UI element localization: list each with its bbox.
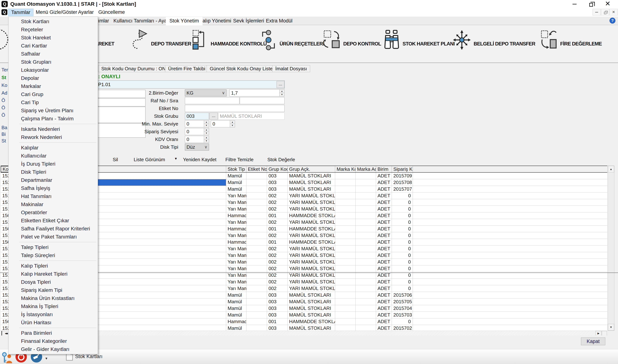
cell-grup-kod[interactable]: 001 [267, 212, 288, 219]
cell-birim[interactable]: ADET [376, 265, 392, 272]
cell-grup-ack[interactable]: MAMÜL STOKLARI [288, 186, 335, 192]
menubar-item-tanimlar[interactable]: Tanımlar [8, 9, 34, 16]
cell-siparis-kod[interactable]: 0 [392, 219, 413, 225]
spin-up-icon[interactable]: ▲ [204, 120, 209, 124]
cell-marka-kod[interactable] [335, 312, 356, 318]
siparis-seviyesi-spinner[interactable]: 0 ▲▼ [185, 128, 209, 135]
cell-grup-kod[interactable]: 001 [267, 318, 288, 325]
cell-marka-kod[interactable] [335, 318, 356, 325]
cell-grup-kod[interactable]: 003 [267, 325, 288, 331]
cell-etiket-no[interactable] [246, 173, 267, 179]
spin-up-icon[interactable]: ▲ [230, 120, 235, 124]
cell-marka-ack[interactable] [356, 325, 376, 331]
cell-marka-kod[interactable] [335, 212, 356, 219]
cell-grup-kod[interactable]: 002 [267, 259, 288, 265]
cell-etiket-no[interactable] [246, 226, 267, 232]
cell-grup-ack[interactable]: YARI MAMÜL STOKLARI [288, 246, 335, 252]
cell-etiket-no[interactable] [246, 239, 267, 245]
cell-siparis-kod[interactable]: 0 [392, 259, 413, 265]
close-button[interactable]: ✕ [603, 0, 613, 8]
cell-siparis-kod[interactable]: 0 [392, 252, 413, 259]
cell-marka-ack[interactable] [356, 285, 376, 292]
cell-etiket-no[interactable] [246, 179, 267, 186]
cell-siparis-kod[interactable]: 2015705 [392, 299, 413, 305]
cell-marka-kod[interactable] [335, 246, 356, 252]
cell-siparis-kod[interactable]: 0 [392, 199, 413, 206]
menu-item[interactable]: Çalışma Planı - Takvim [9, 115, 98, 123]
cell-etiket-no[interactable] [246, 186, 267, 192]
cell-grup-ack[interactable]: YARI MAMÜL STOKLARI [288, 232, 335, 239]
menu-item[interactable]: Dosya Tipleri [9, 278, 98, 286]
cell-birim[interactable]: ADET [376, 239, 392, 245]
spin-up-icon[interactable]: ▲ [204, 136, 209, 139]
cell-birim[interactable]: ADET [376, 226, 392, 232]
cell-birim[interactable]: ADET [376, 173, 392, 179]
cell-marka-ack[interactable] [356, 246, 376, 252]
menu-item[interactable]: Cari Kartlar [9, 42, 98, 50]
cell-stok-tip[interactable]: Mamül [226, 173, 246, 179]
cell-grup-kod[interactable]: 002 [267, 279, 288, 285]
cell-grup-ack[interactable]: YARI MAMÜL STOKLARI [288, 259, 335, 265]
cell-grup-kod[interactable]: 003 [267, 312, 288, 318]
cell-grup-ack[interactable]: HAMMADDE STOKLARI [288, 318, 335, 325]
cell-marka-ack[interactable] [356, 279, 376, 285]
scroll-right-button[interactable]: ▶ [595, 331, 601, 336]
column-header-etiket-no[interactable]: Etiket No [246, 166, 267, 172]
min-seviye-spinner[interactable]: 0 ▲▼ [185, 120, 209, 127]
cell-grup-kod[interactable]: 003 [267, 305, 288, 312]
cell-siparis-kod[interactable]: 2015708 [392, 179, 413, 186]
cell-grup-kod[interactable]: 003 [267, 173, 288, 179]
cell-marka-ack[interactable] [356, 265, 376, 272]
cell-etiket-no[interactable] [246, 246, 267, 252]
cell-etiket-no[interactable] [246, 312, 267, 318]
menu-item[interactable]: Stok Grupları [9, 58, 98, 66]
menu-item[interactable]: Disk Tipleri [9, 168, 98, 176]
cell-marka-ack[interactable] [356, 318, 376, 325]
spin-down-icon[interactable]: ▼ [230, 124, 235, 127]
cell-marka-kod[interactable] [335, 292, 356, 298]
cell-siparis-kod[interactable]: 2015704 [392, 305, 413, 312]
cell-siparis-kod[interactable]: 2015703 [392, 312, 413, 318]
cell-etiket-no[interactable] [246, 299, 267, 305]
menu-item[interactable]: Kalıplar [9, 144, 98, 152]
cell-grup-kod[interactable]: 003 [267, 292, 288, 298]
cell-grup-ack[interactable]: MAMÜL STOKLARI [288, 312, 335, 318]
cell-etiket-no[interactable] [246, 285, 267, 292]
cell-siparis-kod[interactable]: 2015706 [392, 292, 413, 298]
cell-grup-kod[interactable]: 002 [267, 246, 288, 252]
cell-grup-kod[interactable]: 003 [267, 186, 288, 192]
child-minimize-button[interactable] [592, 9, 601, 15]
cell-grup-kod[interactable]: 002 [267, 206, 288, 212]
cell-marka-ack[interactable] [356, 199, 376, 206]
cell-stok-tip[interactable]: Mamül [226, 292, 246, 298]
stock-code-field[interactable]: P1.01 [92, 80, 285, 89]
cell-etiket-no[interactable] [246, 272, 267, 278]
cell-grup-ack[interactable]: MAMÜL STOKLARI [288, 179, 335, 186]
cell-marka-kod[interactable] [335, 232, 356, 239]
cell-grup-ack[interactable]: YARI MAMÜL STOKLARI [288, 219, 335, 225]
column-header-stok-tip[interactable]: Stok Tip [226, 166, 246, 172]
cell-grup-ack[interactable]: YARI MAMÜL STOKLARI [288, 252, 335, 259]
cell-etiket-no[interactable] [246, 206, 267, 212]
cell-siparis-kod[interactable]: 2015707 [392, 186, 413, 192]
spin-down-icon[interactable]: ▼ [204, 124, 209, 127]
cell-siparis-kod[interactable]: 0 [392, 206, 413, 212]
cell-siparis-kod[interactable]: 0 [392, 232, 413, 239]
menu-item[interactable]: Kalıp Hareket Tipleri [9, 270, 98, 278]
menu-item[interactable]: Lokasyonlar [9, 66, 98, 74]
menu-item[interactable]: Makina İş Tipleri [9, 302, 98, 311]
cell-grup-ack[interactable]: YARI MAMÜL STOKLARI [288, 279, 335, 285]
cell-grup-ack[interactable]: MAMÜL STOKLARI [288, 292, 335, 298]
cell-siparis-kod[interactable]: 0 [392, 318, 413, 325]
cell-siparis-kod[interactable]: 2015702 [392, 325, 413, 331]
cell-grup-ack[interactable]: YARI MAMÜL STOKLARI [288, 272, 335, 278]
cell-birim[interactable]: ADET [376, 206, 392, 212]
cell-grup-ack[interactable]: MAMÜL STOKLARI [288, 305, 335, 312]
stok-grubu-code-input[interactable]: 003 [185, 113, 209, 120]
cell-marka-kod[interactable] [335, 193, 356, 199]
cell-siparis-kod[interactable]: 0 [392, 239, 413, 245]
cell-stok-tip[interactable]: Mamül [226, 325, 246, 331]
cell-marka-ack[interactable] [356, 186, 376, 192]
menu-item[interactable]: Safha Faaliyet Rapor Kriterleri [9, 225, 98, 233]
yeniden-kaydet-button[interactable]: Yeniden Kaydet [183, 157, 216, 162]
